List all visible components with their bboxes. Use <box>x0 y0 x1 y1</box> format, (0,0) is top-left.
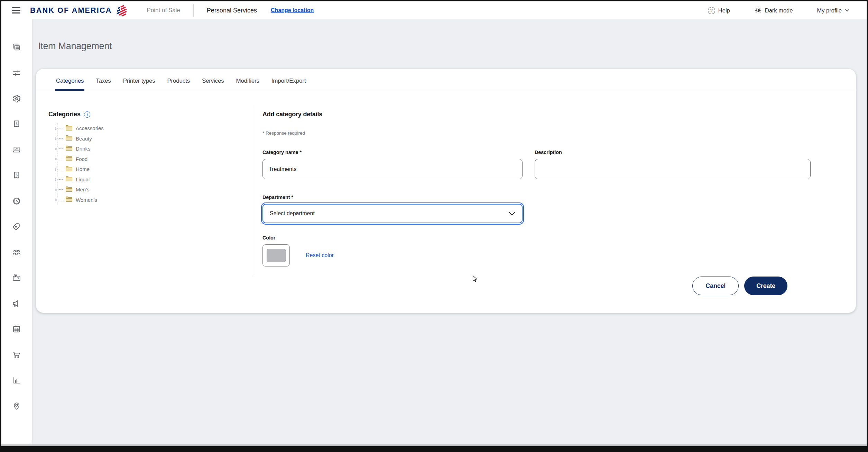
help-icon: ? <box>708 7 715 14</box>
tab-printer-types[interactable]: Printer types <box>122 78 156 91</box>
select-chevron-icon <box>509 212 515 216</box>
header-actions: ? Help Dark mode My profile <box>706 6 856 15</box>
tree-item-liquor[interactable]: ▷ Liquor <box>57 174 252 185</box>
chevron-down-icon <box>845 9 849 12</box>
sidebar-item-invoice[interactable]: $ <box>10 169 23 182</box>
sidebar-item-settings[interactable] <box>10 92 23 105</box>
tree-item-label: Drinks <box>76 146 91 152</box>
color-label: Color <box>262 235 856 241</box>
tab-products[interactable]: Products <box>166 78 191 91</box>
my-profile-menu[interactable]: My profile <box>815 7 851 14</box>
svg-text:$: $ <box>17 276 19 280</box>
dark-mode-label: Dark mode <box>765 7 793 14</box>
promo-tag-icon <box>12 221 21 233</box>
folder-icon <box>65 145 73 153</box>
gift-card-icon: $ <box>12 272 21 284</box>
description-input[interactable] <box>535 159 811 179</box>
categories-heading: Categories i <box>48 111 252 118</box>
description-label: Description <box>535 150 811 155</box>
tree-item-label: Accessories <box>76 125 104 131</box>
svg-text:$: $ <box>16 121 18 125</box>
sidebar-item-pages[interactable] <box>10 41 23 54</box>
customers-icon <box>12 246 21 258</box>
expand-arrow-icon[interactable]: ▷ <box>55 147 58 151</box>
tab-services[interactable]: Services <box>201 78 225 91</box>
sidebar-item-orders[interactable] <box>10 348 23 361</box>
change-location-link[interactable]: Change location <box>269 7 316 14</box>
expand-arrow-icon[interactable]: ▷ <box>55 157 58 161</box>
tab-modifiers[interactable]: Modifiers <box>236 78 260 91</box>
folder-icon <box>65 175 73 183</box>
category-name-input[interactable] <box>262 159 523 179</box>
main-content: Item Management Categories Taxes Printer… <box>32 19 867 444</box>
department-label: Department * <box>262 195 523 200</box>
tab-taxes[interactable]: Taxes <box>95 78 111 91</box>
color-swatch-button[interactable] <box>262 244 290 266</box>
hamburger-menu-button[interactable] <box>10 6 22 15</box>
tree-item-beauty[interactable]: ▷ Beauty <box>57 134 252 144</box>
color-swatch <box>267 249 286 262</box>
folder-icon <box>65 125 73 132</box>
info-icon[interactable]: i <box>84 111 90 118</box>
sidebar-item-promotions[interactable] <box>10 220 23 233</box>
megaphone-icon <box>12 298 21 309</box>
expand-arrow-icon[interactable]: ▷ <box>55 198 58 202</box>
create-button[interactable]: Create <box>744 277 787 295</box>
category-tree: ▷ Accessories ▷ Beauty ▷ <box>57 123 252 205</box>
expand-arrow-icon[interactable]: ▷ <box>55 167 58 171</box>
sidebar-item-marketing[interactable] <box>10 297 23 310</box>
help-button[interactable]: ? Help <box>706 7 732 15</box>
tab-import-export[interactable]: Import/Export <box>271 78 306 91</box>
gear-icon <box>12 93 21 105</box>
pages-icon <box>12 42 21 53</box>
tree-item-label: Women's <box>76 197 97 203</box>
tree-item-label: Food <box>76 156 87 162</box>
expand-arrow-icon[interactable]: ▷ <box>55 178 58 181</box>
invoice-dollar-icon: $ <box>12 170 21 181</box>
bofa-flag-icon <box>114 5 131 16</box>
receipt-dollar-icon: $ <box>12 118 21 130</box>
tree-item-food[interactable]: ▷ Food <box>57 154 252 164</box>
brand-wordmark: BANK OF AMERICA <box>30 6 112 15</box>
hamburger-icon <box>12 7 20 8</box>
svg-text:$: $ <box>16 172 18 177</box>
help-label: Help <box>718 7 730 14</box>
reset-color-link[interactable]: Reset color <box>304 252 336 259</box>
expand-arrow-icon[interactable]: ▷ <box>55 126 58 130</box>
folder-icon <box>65 165 73 173</box>
folder-icon <box>65 135 73 142</box>
sidebar-item-reports[interactable] <box>10 374 23 387</box>
expand-arrow-icon[interactable]: ▷ <box>55 188 58 191</box>
item-management-card: Categories Taxes Printer types Products … <box>36 69 856 313</box>
tree-item-home[interactable]: ▷ Home <box>57 164 252 174</box>
tree-item-accessories[interactable]: ▷ Accessories <box>57 123 252 134</box>
sidebar-item-customers[interactable] <box>10 246 23 259</box>
tree-item-label: Home <box>76 166 90 172</box>
folder-icon <box>65 196 73 204</box>
expand-arrow-icon[interactable]: ▷ <box>55 137 58 141</box>
sidebar-item-gift-cards[interactable]: $ <box>10 271 23 284</box>
tree-item-mens[interactable]: ▷ Men's <box>57 184 252 195</box>
department-select[interactable]: Select department <box>262 204 523 223</box>
bar-chart-icon <box>12 374 21 386</box>
dark-mode-icon <box>754 7 762 14</box>
sidebar-item-sales-receipt[interactable]: $ <box>10 118 23 130</box>
cancel-button[interactable]: Cancel <box>692 277 739 295</box>
tree-item-drinks[interactable]: ▷ Drinks <box>57 144 252 154</box>
header-divider <box>193 4 194 17</box>
sidebar-item-adjustments[interactable] <box>10 66 23 79</box>
sidebar-item-history[interactable] <box>10 195 23 207</box>
sidebar-item-calendar[interactable] <box>10 323 23 335</box>
dark-mode-toggle[interactable]: Dark mode <box>752 6 795 15</box>
left-nav-sidebar: $ $ <box>1 19 32 444</box>
cart-icon <box>12 349 21 361</box>
tree-item-womens[interactable]: ▷ Women's <box>57 195 252 205</box>
tree-item-label: Men's <box>76 187 90 192</box>
top-bar: BANK OF AMERICA Point of Sale Personal S… <box>1 1 867 19</box>
calendar-icon <box>12 323 21 335</box>
location-pin-icon <box>12 400 21 412</box>
sidebar-item-terminal[interactable] <box>10 143 23 156</box>
folder-icon <box>65 155 73 163</box>
tab-categories[interactable]: Categories <box>55 78 84 91</box>
sidebar-item-locations[interactable] <box>10 399 23 412</box>
